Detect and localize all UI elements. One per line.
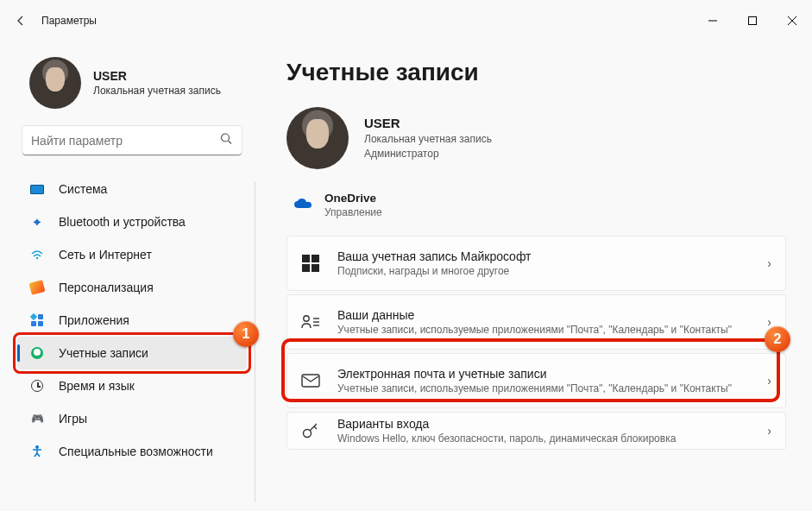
sidebar-item-label: Персонализация — [59, 281, 154, 294]
accessibility-icon — [29, 445, 45, 458]
onedrive-icon — [293, 198, 311, 213]
card-microsoft-account[interactable]: Ваша учетная запись Майкрософт Подписки,… — [286, 236, 786, 291]
brush-icon — [29, 281, 45, 293]
card-title: Ваша учетная запись Майкрософт — [337, 249, 752, 263]
annotation-badge-1: 1 — [233, 321, 259, 347]
svg-rect-8 — [302, 255, 310, 262]
window-title: Параметры — [41, 15, 97, 27]
titlebar: Параметры — [0, 0, 812, 41]
chevron-right-icon: › — [767, 256, 771, 270]
card-title: Электронная почта и учетные записи — [337, 367, 752, 381]
avatar — [29, 57, 81, 109]
wifi-icon — [29, 249, 45, 261]
sidebar-item-accessibility[interactable]: Специальные возможности — [17, 435, 247, 468]
search-icon — [220, 133, 233, 149]
account-profile: USER Локальная учетная записьАдминистрат… — [286, 107, 786, 169]
chevron-right-icon: › — [767, 374, 771, 388]
mail-icon — [299, 374, 322, 388]
main-content: Учетные записи USER Локальная учетная за… — [259, 41, 812, 511]
minimize-button[interactable] — [693, 7, 733, 35]
search-input[interactable] — [22, 126, 242, 155]
sidebar-item-label: Учетные записи — [59, 346, 148, 360]
card-subtitle: Учетные записи, используемые приложениям… — [337, 382, 752, 394]
user-profile[interactable]: USER Локальная учетная запись — [10, 41, 254, 126]
sidebar-item-apps[interactable]: Приложения — [17, 304, 247, 337]
apps-icon — [29, 314, 45, 326]
close-button[interactable] — [772, 7, 812, 35]
onedrive-row[interactable]: OneDrive Управление — [286, 188, 786, 236]
annotation-badge-2: 2 — [765, 326, 790, 352]
profile-subtitle: Локальная учетная запись — [93, 85, 221, 97]
card-signin-options[interactable]: Варианты входа Windows Hello, ключ безоп… — [286, 412, 786, 450]
back-button[interactable] — [0, 15, 41, 27]
sidebar-item-personalization[interactable]: Персонализация — [17, 271, 247, 304]
svg-rect-16 — [302, 375, 319, 387]
profile-name: USER — [93, 69, 221, 83]
svg-point-7 — [35, 445, 39, 449]
clock-icon — [29, 380, 45, 392]
sidebar-item-label: Система — [59, 182, 107, 196]
sidebar-item-time[interactable]: Время и язык — [17, 369, 247, 402]
card-title: Варианты входа — [337, 417, 752, 431]
card-title: Ваши данные — [337, 308, 752, 322]
bluetooth-icon: ⌖ — [29, 215, 45, 230]
sidebar-item-network[interactable]: Сеть и Интернет — [17, 238, 247, 271]
sidebar-item-label: Время и язык — [59, 379, 135, 393]
profile-name: USER — [364, 116, 492, 130]
sidebar-item-label: Игры — [59, 412, 87, 426]
page-title: Учетные записи — [286, 59, 786, 86]
svg-rect-10 — [302, 264, 310, 272]
svg-point-6 — [36, 257, 38, 259]
maximize-button[interactable] — [733, 7, 772, 35]
onedrive-title: OneDrive — [324, 192, 382, 205]
key-icon — [299, 421, 322, 440]
card-subtitle: Подписки, награды и многое другое — [337, 265, 752, 277]
card-your-info[interactable]: Ваши данные Учетные записи, используемые… — [286, 294, 786, 350]
person-badge-icon — [299, 313, 322, 331]
sidebar-item-system[interactable]: Система — [17, 173, 247, 205]
accounts-icon — [29, 347, 45, 359]
sidebar-item-accounts[interactable]: Учетные записи 1 — [17, 337, 247, 369]
sidebar-item-label: Приложения — [59, 313, 129, 327]
svg-rect-9 — [312, 255, 319, 262]
onedrive-sub: Управление — [324, 206, 382, 218]
search-box[interactable] — [22, 126, 242, 155]
svg-rect-11 — [312, 264, 319, 272]
gamepad-icon: 🎮 — [29, 413, 45, 425]
sidebar-item-label: Специальные возможности — [59, 445, 213, 458]
windows-icon — [299, 255, 322, 272]
card-subtitle: Учетные записи, используемые приложениям… — [337, 324, 752, 336]
sidebar-item-label: Сеть и Интернет — [59, 248, 152, 262]
svg-point-12 — [304, 316, 309, 321]
sidebar-item-bluetooth[interactable]: ⌖Bluetooth и устройства — [17, 205, 247, 238]
sidebar-item-label: Bluetooth и устройства — [59, 215, 186, 229]
sidebar-item-gaming[interactable]: 🎮Игры — [17, 402, 247, 435]
profile-subtitle: Локальная учетная записьАдминистратор — [364, 132, 492, 161]
svg-line-5 — [229, 141, 232, 144]
avatar — [286, 107, 349, 169]
sidebar: USER Локальная учетная запись Система ⌖B… — [0, 41, 259, 511]
card-subtitle: Windows Hello, ключ безопасности, пароль… — [337, 432, 752, 445]
svg-point-4 — [222, 134, 230, 142]
svg-rect-1 — [749, 17, 757, 25]
chevron-right-icon: › — [767, 424, 771, 438]
system-icon — [29, 185, 45, 194]
card-email-accounts[interactable]: Электронная почта и учетные записи Учетн… — [286, 353, 786, 408]
